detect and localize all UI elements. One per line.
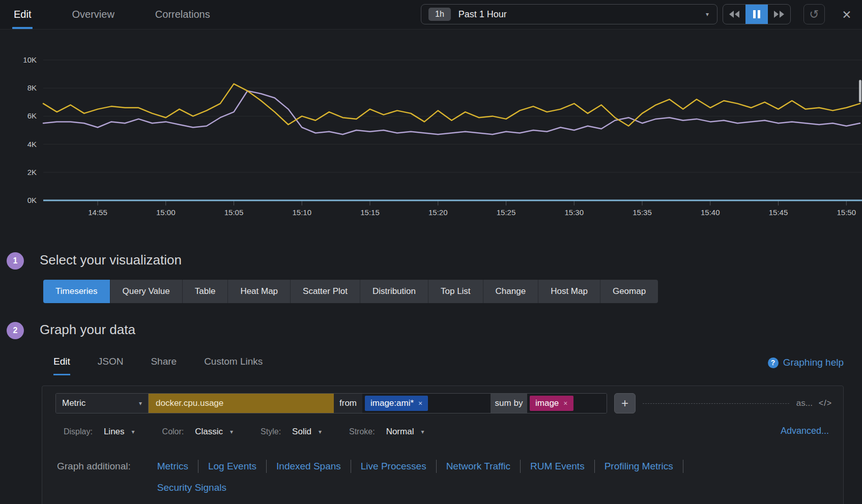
editor-tab-custom-links[interactable]: Custom Links <box>204 356 263 375</box>
link-row: MetricsLog EventsIndexed SpansLive Proce… <box>157 459 693 473</box>
display-option-style[interactable]: Style:Solid▾ <box>261 427 322 437</box>
graph-additional-row: Graph additional: MetricsLog EventsIndex… <box>57 459 813 502</box>
filter-tag[interactable]: image:ami* × <box>365 396 428 411</box>
display-option-stroke[interactable]: Stroke:Normal▾ <box>349 427 424 437</box>
link-row: Security Signals <box>157 481 693 495</box>
svg-text:2K: 2K <box>27 168 37 176</box>
group-by-input[interactable]: image × <box>527 394 607 413</box>
graph-additional-label: Graph additional: <box>57 459 131 473</box>
time-range-badge: 1h <box>428 8 451 21</box>
query-strip: Metric ▾ docker.cpu.usage from image:ami… <box>55 393 607 413</box>
step-2-badge: 2 <box>7 322 24 339</box>
refresh-icon: ↺ <box>809 8 819 21</box>
link-separator <box>520 460 521 473</box>
metric-input[interactable]: docker.cpu.usage <box>149 394 334 413</box>
refresh-button[interactable]: ↺ <box>803 4 825 24</box>
add-query-button[interactable]: + <box>614 393 636 413</box>
remove-group-icon[interactable]: × <box>563 399 567 407</box>
filter-input[interactable]: image:ami* × <box>362 394 491 413</box>
svg-text:15:30: 15:30 <box>564 208 584 217</box>
viz-option-scatter-plot[interactable]: Scatter Plot <box>291 280 360 303</box>
chart-canvas: 0K2K4K6K8K10K14:5515:0015:0515:1015:1515… <box>0 29 862 223</box>
chevron-down-icon: ▾ <box>139 400 142 407</box>
source-selector[interactable]: Metric ▾ <box>56 394 149 413</box>
group-by-tag-label: image <box>535 398 559 408</box>
viz-option-top-list[interactable]: Top List <box>428 280 483 303</box>
option-value: Normal <box>386 427 414 437</box>
link-separator <box>198 460 198 473</box>
tab-edit[interactable]: Edit <box>14 0 31 29</box>
tab-correlations[interactable]: Correlations <box>155 0 210 29</box>
viz-option-host-map[interactable]: Host Map <box>538 280 600 303</box>
tab-overview[interactable]: Overview <box>72 0 114 29</box>
option-label: Stroke: <box>349 427 375 436</box>
display-options-row: Display:Lines▾Color:Classic▾Style:Solid▾… <box>64 425 451 439</box>
pause-icon <box>753 10 760 18</box>
option-value: Lines <box>104 427 125 437</box>
svg-text:15:00: 15:00 <box>156 208 176 217</box>
rewind-button[interactable] <box>723 5 745 24</box>
svg-text:10K: 10K <box>23 55 37 64</box>
sum-by-label: sum by <box>491 394 527 413</box>
group-by-tag[interactable]: image × <box>530 396 573 411</box>
chevron-down-icon: ▾ <box>421 428 424 435</box>
visualization-heading: Select your visualization <box>40 251 182 269</box>
editor-tab-share[interactable]: Share <box>151 356 177 375</box>
topbar: EditOverviewCorrelations 1h Past 1 Hour … <box>0 0 862 29</box>
advanced-link[interactable]: Advanced... <box>781 426 829 436</box>
playback-controls <box>723 4 791 24</box>
svg-text:15:15: 15:15 <box>360 208 380 217</box>
top-tab-bar: EditOverviewCorrelations <box>14 0 251 29</box>
code-toggle-icon[interactable]: </> <box>819 399 832 408</box>
svg-text:8K: 8K <box>27 83 37 92</box>
link-profiling-metrics[interactable]: Profiling Metrics <box>605 459 673 473</box>
viz-option-geomap[interactable]: Geomap <box>600 280 658 303</box>
link-separator <box>266 460 267 473</box>
viz-option-timeseries[interactable]: Timeseries <box>43 280 110 303</box>
svg-text:6K: 6K <box>27 111 37 120</box>
graphing-help-link[interactable]: ? Graphing help <box>768 357 844 368</box>
svg-text:14:55: 14:55 <box>88 208 107 217</box>
link-separator <box>436 460 437 473</box>
viz-option-distribution[interactable]: Distribution <box>360 280 428 303</box>
close-button[interactable]: ✕ <box>837 7 857 22</box>
svg-text:15:45: 15:45 <box>769 208 788 217</box>
viz-option-heat-map[interactable]: Heat Map <box>228 280 291 303</box>
graph-editor: EditOverviewCorrelations 1h Past 1 Hour … <box>0 0 862 504</box>
as-button[interactable]: as... <box>796 398 813 408</box>
link-metrics[interactable]: Metrics <box>157 459 188 473</box>
svg-text:15:10: 15:10 <box>292 208 311 217</box>
viz-option-query-value[interactable]: Query Value <box>110 280 183 303</box>
from-label: from <box>334 394 362 413</box>
question-icon: ? <box>768 358 779 368</box>
time-range-label: Past 1 Hour <box>458 9 507 20</box>
remove-filter-icon[interactable]: × <box>418 399 422 407</box>
editor-tab-edit[interactable]: Edit <box>53 356 70 375</box>
display-option-color[interactable]: Color:Classic▾ <box>162 427 234 437</box>
close-icon: ✕ <box>842 8 851 22</box>
link-log-events[interactable]: Log Events <box>208 459 256 473</box>
link-live-processes[interactable]: Live Processes <box>361 459 426 473</box>
viz-option-table[interactable]: Table <box>183 280 228 303</box>
option-label: Style: <box>261 427 281 436</box>
fast-forward-button[interactable] <box>768 5 790 24</box>
option-value: Solid <box>292 427 311 437</box>
link-indexed-spans[interactable]: Indexed Spans <box>276 459 341 473</box>
option-label: Color: <box>162 427 184 436</box>
display-option-display[interactable]: Display:Lines▾ <box>64 427 135 437</box>
svg-text:15:05: 15:05 <box>224 208 244 217</box>
link-rum-events[interactable]: RUM Events <box>530 459 585 473</box>
editor-tab-json[interactable]: JSON <box>98 356 124 375</box>
metric-value: docker.cpu.usage <box>156 398 223 408</box>
viz-option-change[interactable]: Change <box>483 280 539 303</box>
link-security-signals[interactable]: Security Signals <box>157 481 226 495</box>
svg-text:15:50: 15:50 <box>837 208 856 217</box>
query-row: Metric ▾ docker.cpu.usage from image:ami… <box>55 393 832 413</box>
pause-button[interactable] <box>745 5 768 24</box>
timeseries-chart[interactable]: 0K2K4K6K8K10K14:5515:0015:0515:1015:1515… <box>0 29 862 223</box>
graph-data-heading: Graph your data <box>40 321 135 338</box>
chevron-down-icon: ▾ <box>132 428 135 435</box>
link-network-traffic[interactable]: Network Traffic <box>446 459 510 473</box>
time-range-select[interactable]: 1h Past 1 Hour ▾ <box>421 4 717 24</box>
scrollbar-thumb[interactable] <box>859 80 861 102</box>
